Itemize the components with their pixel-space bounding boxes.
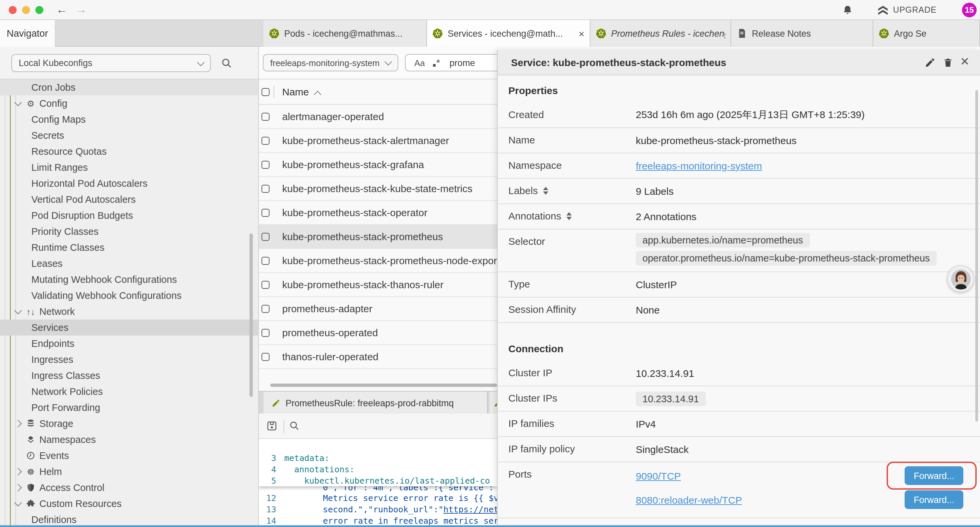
runbook-link[interactable]: https://net bbox=[443, 504, 497, 514]
sidebar-item-network-policies[interactable]: Network Policies bbox=[0, 384, 258, 400]
assistant-avatar[interactable] bbox=[947, 266, 974, 292]
sidebar-item-cron-jobs[interactable]: Cron Jobs bbox=[0, 80, 258, 96]
port-link[interactable]: 8080:reloader-web/TCP bbox=[636, 494, 742, 505]
close-button[interactable]: ✕ bbox=[960, 56, 970, 66]
yaml-editor[interactable]: 3metadata:4annotations:5kubectl.kubernet… bbox=[259, 439, 497, 525]
editor-tab[interactable]: PrometheusRule: freeleaps-prod-rabbitmq bbox=[264, 392, 488, 414]
row-checkbox[interactable] bbox=[261, 233, 269, 241]
row-checkbox[interactable] bbox=[261, 161, 269, 169]
table-row[interactable]: kube-prometheus-stack-kube-state-metrics bbox=[259, 177, 497, 201]
chevron-down-icon[interactable] bbox=[14, 499, 22, 507]
table-row[interactable]: kube-prometheus-stack-operator bbox=[259, 201, 497, 225]
match-case-toggle[interactable]: Aa bbox=[414, 58, 425, 68]
table-row[interactable]: alertmanager-operated bbox=[259, 105, 497, 129]
filter-input[interactable]: Aa * prome bbox=[405, 54, 497, 72]
row-checkbox[interactable] bbox=[261, 305, 269, 313]
tab-services[interactable]: Services - icecheng@math...× bbox=[427, 20, 590, 47]
table-row[interactable]: thanos-ruler-operated bbox=[259, 345, 497, 369]
row-checkbox[interactable] bbox=[261, 353, 269, 361]
tab-navigator[interactable]: Navigator bbox=[0, 20, 55, 47]
sidebar-item-resource-quotas[interactable]: Resource Quotas bbox=[0, 143, 258, 159]
sidebar-item-secrets[interactable]: Secrets bbox=[0, 127, 258, 143]
sidebar-item-leases[interactable]: Leases bbox=[0, 255, 258, 272]
traffic-light-close[interactable] bbox=[9, 6, 17, 14]
table-row[interactable]: prometheus-adapter bbox=[259, 297, 497, 321]
sidebar-item-definitions[interactable]: Definitions bbox=[0, 512, 258, 525]
chevron-right-icon[interactable] bbox=[14, 420, 22, 428]
namespace-select[interactable]: freeleaps-monitoring-system bbox=[263, 54, 398, 72]
sidebar-item-helm[interactable]: ☸Helm bbox=[0, 463, 258, 480]
sidebar-item-port-forwarding[interactable]: Port Forwarding bbox=[0, 400, 258, 416]
sort-control-icon[interactable] bbox=[543, 186, 548, 194]
table-row[interactable]: prometheus-operated bbox=[259, 321, 497, 345]
chevron-right-icon[interactable] bbox=[14, 484, 22, 492]
sidebar-item-mutating-webhook-configurations[interactable]: Mutating Webhook Configurations bbox=[0, 272, 258, 288]
sidebar-item-services[interactable]: Services bbox=[0, 320, 258, 336]
row-checkbox[interactable] bbox=[261, 185, 269, 193]
tab-pods[interactable]: Pods - icecheng@mathmas... bbox=[264, 20, 427, 47]
sidebar-item-namespaces[interactable]: Namespaces bbox=[0, 431, 258, 447]
horizontal-scrollbar[interactable] bbox=[270, 384, 497, 387]
bell-icon[interactable] bbox=[842, 4, 853, 16]
table-row[interactable]: kube-prometheus-stack-alertmanager bbox=[259, 129, 497, 153]
forward-button[interactable]: Forward... bbox=[905, 466, 963, 485]
sort-control-icon[interactable] bbox=[566, 212, 572, 220]
table-row[interactable]: kube-prometheus-stack-prometheus-node-ex… bbox=[259, 249, 497, 273]
sidebar-item-network[interactable]: ↑↓Network bbox=[0, 304, 258, 320]
sidebar-item-limit-ranges[interactable]: Limit Ranges bbox=[0, 159, 258, 175]
regex-toggle[interactable]: * bbox=[433, 56, 440, 68]
forward-button[interactable]: → bbox=[75, 2, 87, 19]
edit-button[interactable] bbox=[924, 57, 935, 68]
sidebar-item-config-maps[interactable]: Config Maps bbox=[0, 111, 258, 127]
chevron-down-icon[interactable] bbox=[14, 99, 22, 107]
sidebar-item-access-control[interactable]: Access Control bbox=[0, 480, 258, 496]
sidebar-item-events[interactable]: Events bbox=[0, 447, 258, 463]
sidebar-search-icon[interactable] bbox=[221, 57, 232, 69]
forward-button[interactable]: Forward... bbox=[905, 490, 963, 509]
tab-argo[interactable]: Argo Se bbox=[873, 20, 980, 47]
row-checkbox[interactable] bbox=[261, 209, 269, 217]
row-checkbox[interactable] bbox=[261, 113, 269, 121]
name-column-header[interactable]: Name bbox=[282, 86, 309, 97]
sidebar-item-horizontal-pod-autoscalers[interactable]: Horizontal Pod Autoscalers bbox=[0, 175, 258, 191]
port-link[interactable]: 9090/TCP bbox=[636, 470, 681, 481]
tab-release[interactable]: Release Notes bbox=[731, 20, 873, 47]
sidebar-item-validating-webhook-configurations[interactable]: Validating Webhook Configurations bbox=[0, 288, 258, 304]
sidebar-item-runtime-classes[interactable]: Runtime Classes bbox=[0, 239, 258, 255]
sidebar-item-ingresses[interactable]: Ingresses bbox=[0, 352, 258, 368]
row-checkbox[interactable] bbox=[261, 137, 269, 145]
upgrade-button[interactable]: UPGRADE bbox=[893, 5, 937, 15]
close-icon[interactable]: × bbox=[574, 28, 584, 39]
drawer-scrollbar[interactable] bbox=[975, 90, 978, 422]
namespace-link[interactable]: freeleaps-monitoring-system bbox=[636, 160, 762, 172]
sidebar-scrollbar[interactable] bbox=[250, 234, 253, 397]
sidebar-item-vertical-pod-autoscalers[interactable]: Vertical Pod Autoscalers bbox=[0, 191, 258, 207]
sidebar-item-custom-resources[interactable]: Custom Resources bbox=[0, 496, 258, 512]
sidebar-item-pod-disruption-budgets[interactable]: Pod Disruption Budgets bbox=[0, 207, 258, 223]
save-icon[interactable] bbox=[266, 420, 277, 431]
upgrade-icon[interactable] bbox=[877, 4, 888, 16]
sidebar-item-storage[interactable]: Storage bbox=[0, 416, 258, 431]
select-all-checkbox[interactable] bbox=[261, 88, 269, 96]
editor-tab-partial[interactable] bbox=[490, 392, 497, 414]
table-row[interactable]: kube-prometheus-stack-grafana bbox=[259, 153, 497, 177]
chevron-right-icon[interactable] bbox=[14, 468, 22, 476]
notification-badge[interactable]: 15 bbox=[962, 3, 977, 18]
sidebar-item-priority-classes[interactable]: Priority Classes bbox=[0, 223, 258, 239]
delete-button[interactable] bbox=[943, 57, 953, 68]
row-checkbox[interactable] bbox=[261, 329, 269, 337]
row-checkbox[interactable] bbox=[261, 257, 269, 265]
chevron-down-icon[interactable] bbox=[14, 307, 22, 315]
tab-prometheus[interactable]: Prometheus Rules - icecheng... bbox=[590, 20, 731, 47]
table-row[interactable]: kube-prometheus-stack-thanos-ruler bbox=[259, 273, 497, 297]
table-row[interactable]: kube-prometheus-stack-prometheus bbox=[259, 225, 497, 249]
back-button[interactable]: ← bbox=[56, 2, 67, 19]
sidebar-item-endpoints[interactable]: Endpoints bbox=[0, 336, 258, 352]
editor-search-icon[interactable] bbox=[289, 420, 299, 431]
sidebar-item-config[interactable]: ⚙Config bbox=[0, 96, 258, 111]
row-checkbox[interactable] bbox=[261, 281, 269, 289]
traffic-light-minimize[interactable] bbox=[22, 6, 30, 14]
traffic-light-maximize[interactable] bbox=[35, 6, 43, 14]
sidebar-item-ingress-classes[interactable]: Ingress Classes bbox=[0, 368, 258, 384]
kubeconfig-select[interactable]: Local Kubeconfigs bbox=[11, 54, 211, 72]
